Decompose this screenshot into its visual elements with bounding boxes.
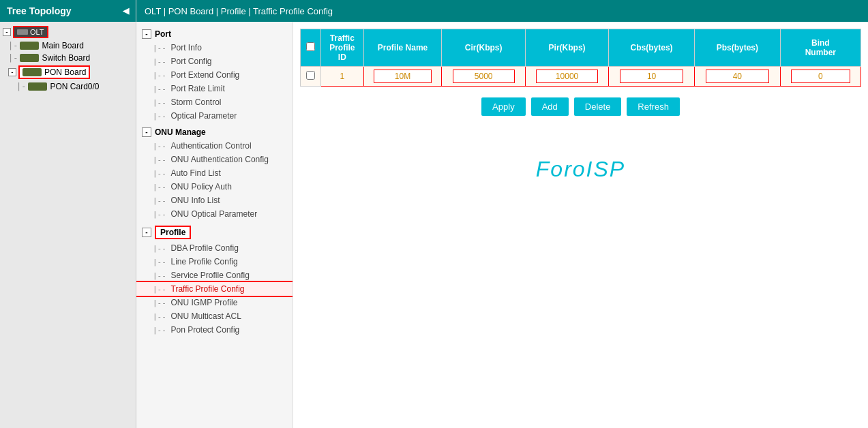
th-checkbox bbox=[301, 29, 321, 67]
th-cir-kbps: Cir(Kbps) bbox=[442, 29, 526, 67]
nav-item-port-extend-config[interactable]: Port Extend Config bbox=[136, 68, 293, 82]
button-group: Apply Add Delete Refresh bbox=[300, 97, 861, 116]
nav-item-auto-find-list[interactable]: Auto Find List bbox=[136, 166, 293, 180]
content-area: - Port Port Info Port Config Port Extend… bbox=[136, 22, 868, 428]
cell-cbs bbox=[609, 67, 695, 87]
nav-item-line-profile[interactable]: Line Profile Config bbox=[136, 255, 293, 269]
pon-board-expand-icon[interactable]: - bbox=[8, 68, 16, 76]
nav-item-traffic-profile[interactable]: Traffic Profile Config bbox=[136, 282, 293, 296]
pon-card-icon bbox=[28, 82, 47, 91]
th-traffic-profile-id: TrafficProfile ID bbox=[321, 29, 364, 67]
table-row: 1 bbox=[301, 67, 861, 87]
nav-item-onu-policy-auth[interactable]: ONU Policy Auth bbox=[136, 180, 293, 194]
nav-item-auth-control[interactable]: Authentication Control bbox=[136, 139, 293, 153]
traffic-profile-id-value: 1 bbox=[340, 72, 345, 81]
nav-item-port-info[interactable]: Port Info bbox=[136, 41, 293, 55]
pbs-input[interactable] bbox=[706, 70, 769, 83]
nav-item-onu-optical-parameter[interactable]: ONU Optical Parameter bbox=[136, 207, 293, 221]
nav-item-optical-parameter[interactable]: Optical Parameter bbox=[136, 109, 293, 123]
nav-item-onu-multicast-acl[interactable]: ONU Multicast ACL bbox=[136, 309, 293, 323]
sidebar: Tree Topology ◀ - OLT |- Main Board |- S… bbox=[0, 0, 136, 428]
sidebar-item-olt-label: OLT bbox=[30, 28, 44, 36]
nav-item-port-config[interactable]: Port Config bbox=[136, 55, 293, 68]
nav-item-dba-profile[interactable]: DBA Profile Config bbox=[136, 241, 293, 255]
sidebar-item-main-board-label: Main Board bbox=[42, 41, 83, 50]
nav-item-port-rate-limit[interactable]: Port Rate Limit bbox=[136, 82, 293, 95]
pon-board-icon bbox=[23, 68, 42, 76]
nav-item-storm-control[interactable]: Storm Control bbox=[136, 95, 293, 109]
th-pbs-bytes: Pbs(bytes) bbox=[695, 29, 781, 67]
bind-number-input[interactable] bbox=[791, 70, 850, 83]
profile-section-box: Profile bbox=[155, 226, 191, 239]
breadcrumb-text: OLT | PON Board | Profile | Traffic Prof… bbox=[145, 6, 333, 16]
main-area: OLT | PON Board | Profile | Traffic Prof… bbox=[136, 0, 868, 428]
nav-section-port: - Port bbox=[136, 27, 293, 41]
pir-input[interactable] bbox=[536, 70, 598, 83]
cell-bind-number bbox=[780, 67, 860, 87]
profile-section-label: Profile bbox=[160, 228, 185, 237]
cell-traffic-profile-id: 1 bbox=[321, 67, 364, 87]
sidebar-item-switch-board[interactable]: |- Switch Board bbox=[0, 52, 136, 64]
th-cbs-bytes: Cbs(bytes) bbox=[609, 29, 695, 67]
main-board-icon bbox=[20, 42, 39, 50]
add-button[interactable]: Add bbox=[531, 97, 569, 116]
cir-input[interactable] bbox=[453, 70, 515, 83]
port-section-expand[interactable]: - bbox=[142, 29, 151, 39]
cell-pir bbox=[525, 67, 608, 87]
traffic-profile-table: TrafficProfile ID Profile Name Cir(Kbps)… bbox=[300, 29, 861, 87]
sidebar-item-switch-board-label: Switch Board bbox=[42, 53, 90, 63]
cbs-input[interactable] bbox=[620, 70, 684, 83]
sidebar-title: Tree Topology bbox=[7, 5, 72, 16]
cell-cir bbox=[442, 67, 526, 87]
th-profile-name: Profile Name bbox=[363, 29, 442, 67]
onu-manage-label: ONU Manage bbox=[155, 127, 206, 137]
olt-icon-box: OLT bbox=[13, 26, 48, 38]
th-pir-kbps: Pir(Kbps) bbox=[525, 29, 608, 67]
olt-expand-icon[interactable]: - bbox=[3, 28, 11, 36]
refresh-button[interactable]: Refresh bbox=[627, 97, 680, 116]
profile-section-expand[interactable]: - bbox=[142, 228, 151, 237]
breadcrumb: OLT | PON Board | Profile | Traffic Prof… bbox=[136, 0, 868, 22]
watermark: ForoISP bbox=[300, 157, 861, 182]
pon-board-box: PON Board bbox=[18, 65, 90, 79]
row-checkbox[interactable] bbox=[306, 71, 315, 80]
olt-device-icon bbox=[17, 29, 28, 35]
profile-name-input[interactable] bbox=[374, 70, 432, 83]
nav-item-onu-auth-config[interactable]: ONU Authentication Config bbox=[136, 153, 293, 166]
nav-section-profile: - Profile bbox=[136, 224, 293, 241]
watermark-text: ForoISP bbox=[536, 157, 625, 181]
port-section-label: Port bbox=[155, 29, 171, 39]
row-checkbox-cell bbox=[301, 67, 321, 87]
sidebar-item-pon-board-label: PON Board bbox=[44, 67, 86, 77]
table-body: 1 bbox=[301, 67, 861, 87]
sidebar-header: Tree Topology ◀ bbox=[0, 0, 136, 22]
sidebar-tree: - OLT |- Main Board |- Switch Board - PO… bbox=[0, 22, 136, 95]
th-bind-number: BindNumber bbox=[780, 29, 860, 67]
onu-manage-expand[interactable]: - bbox=[142, 127, 151, 137]
right-panel: TrafficProfile ID Profile Name Cir(Kbps)… bbox=[293, 22, 868, 428]
header-checkbox[interactable] bbox=[306, 42, 315, 51]
switch-board-icon bbox=[20, 54, 39, 62]
nav-item-onu-igmp-profile[interactable]: ONU IGMP Profile bbox=[136, 296, 293, 309]
nav-panel: - Port Port Info Port Config Port Extend… bbox=[136, 22, 293, 428]
nav-item-service-profile[interactable]: Service Profile Config bbox=[136, 269, 293, 282]
sidebar-item-main-board[interactable]: |- Main Board bbox=[0, 40, 136, 52]
cell-profile-name bbox=[363, 67, 442, 87]
nav-section-onu-manage: - ONU Manage bbox=[136, 125, 293, 139]
apply-button[interactable]: Apply bbox=[481, 97, 526, 116]
sidebar-item-pon-board[interactable]: - PON Board bbox=[0, 64, 136, 80]
delete-button[interactable]: Delete bbox=[574, 97, 622, 116]
cell-pbs bbox=[695, 67, 781, 87]
nav-item-pon-protect-config[interactable]: Pon Protect Config bbox=[136, 323, 293, 337]
sidebar-item-pon-card-label: PON Card0/0 bbox=[50, 82, 99, 91]
nav-item-onu-info-list[interactable]: ONU Info List bbox=[136, 194, 293, 207]
sidebar-item-olt[interactable]: - OLT bbox=[0, 25, 136, 40]
sidebar-item-pon-card[interactable]: |- PON Card0/0 bbox=[0, 80, 136, 93]
sidebar-collapse-arrow[interactable]: ◀ bbox=[123, 6, 129, 16]
